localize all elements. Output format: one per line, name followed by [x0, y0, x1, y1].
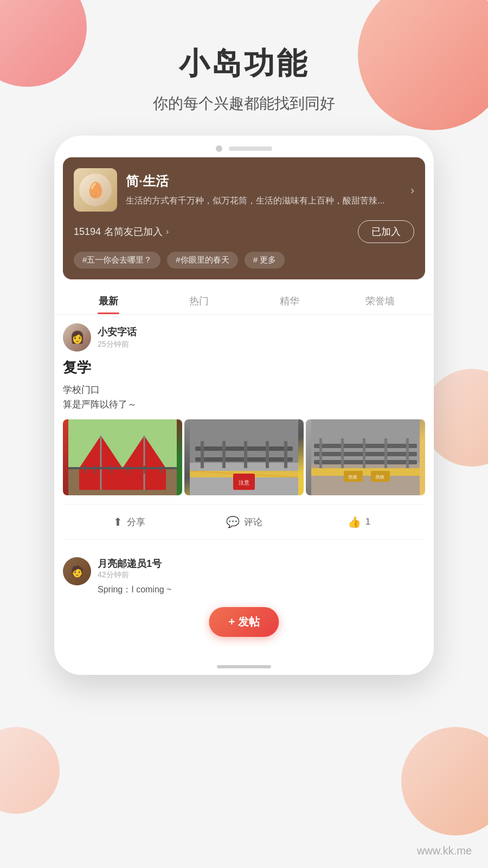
- post-area: 👩 小安字话 25分钟前 复学 学校门口 算是严阵以待了～: [54, 315, 434, 548]
- post-line2: 算是严阵以待了～: [63, 399, 137, 410]
- post-image-grid: 注意: [63, 419, 425, 495]
- phone-speaker: [229, 146, 272, 151]
- post-time: 25分钟前: [98, 340, 137, 349]
- tent-svg: [63, 419, 182, 495]
- tab-latest[interactable]: 最新: [63, 288, 153, 314]
- tags-row: #五一你会去哪里？ #你眼里的春天 # 更多: [74, 252, 414, 269]
- sub-title: 你的每个兴趣都能找到同好: [153, 93, 335, 114]
- svg-text:注意: 注意: [239, 480, 249, 486]
- post-line1: 学校门口: [63, 385, 100, 395]
- stats-arrow-icon: ›: [166, 227, 169, 237]
- comment-icon: 💬: [226, 515, 240, 528]
- tab-featured[interactable]: 精华: [244, 288, 335, 314]
- post-image-3[interactable]: 防疫 防疫: [306, 419, 425, 495]
- member-label: 名简友已加入: [104, 225, 163, 238]
- post2-info: 月亮邮递员1号 42分钟前 Spring：I coming ~: [98, 557, 172, 596]
- fab-area: + 发帖: [54, 604, 434, 659]
- svg-text:防疫: 防疫: [349, 475, 357, 480]
- like-count: 1: [365, 516, 370, 527]
- main-title: 小岛功能: [153, 43, 335, 85]
- post2-area: 🧑 月亮邮递员1号 42分钟前 Spring：I coming ~: [54, 548, 434, 604]
- post-title: 复学: [63, 358, 425, 377]
- community-card: 🥚 简·生活 生活的方式有千万种，似万花筒，生活的滋味有上百种，酸甜苦辣... …: [63, 157, 425, 279]
- svg-rect-20: [222, 441, 226, 468]
- svg-rect-23: [284, 441, 287, 468]
- fence-svg-1: 注意: [184, 419, 304, 495]
- post-avatar: 👩: [63, 323, 91, 352]
- bg-circle-bottom-right: [401, 727, 488, 835]
- tag-2[interactable]: #你眼里的春天: [167, 252, 237, 269]
- tab-honor[interactable]: 荣誉墙: [335, 288, 425, 314]
- home-bar: [217, 665, 271, 668]
- post-avatar-image: 👩: [63, 323, 91, 352]
- svg-rect-38: [311, 468, 420, 476]
- svg-rect-33: [319, 438, 322, 468]
- fab-button[interactable]: + 发帖: [209, 607, 279, 637]
- community-info: 简·生活 生活的方式有千万种，似万花筒，生活的滋味有上百种，酸甜苦辣...: [126, 173, 410, 207]
- phone-mockup: 🥚 简·生活 生活的方式有千万种，似万花筒，生活的滋味有上百种，酸甜苦辣... …: [54, 136, 434, 675]
- tabs-row: 最新 热门 精华 荣誉墙: [54, 279, 434, 315]
- post-user-info: 小安字话 25分钟前: [98, 326, 137, 349]
- phone-camera: [216, 145, 222, 152]
- like-button[interactable]: 👍 1: [301, 509, 416, 535]
- svg-rect-35: [363, 438, 365, 468]
- tab-hot[interactable]: 热门: [153, 288, 244, 314]
- phone-bottom-bar: [54, 659, 434, 675]
- svg-rect-21: [244, 441, 247, 468]
- like-icon: 👍: [348, 515, 361, 528]
- svg-rect-34: [341, 438, 344, 468]
- post2-time: 42分钟前: [98, 570, 172, 580]
- watermark-text: www.kk.me: [417, 845, 472, 857]
- community-avatar: 🥚: [74, 168, 117, 212]
- post-username[interactable]: 小安字话: [98, 326, 137, 339]
- join-button[interactable]: 已加入: [358, 220, 414, 243]
- tag-1[interactable]: #五一你会去哪里？: [74, 252, 160, 269]
- bg-circle-bottom-left: [0, 727, 60, 814]
- community-stats: 15194 名简友已加入 › 已加入: [74, 220, 414, 243]
- comment-label: 评论: [244, 516, 262, 528]
- svg-rect-36: [384, 438, 387, 468]
- post-header: 👩 小安字话 25分钟前: [63, 323, 425, 352]
- post-image-2[interactable]: 注意: [184, 419, 304, 495]
- tag-more[interactable]: # 更多: [245, 252, 285, 269]
- svg-rect-37: [406, 438, 409, 468]
- svg-rect-19: [201, 441, 204, 468]
- share-button[interactable]: ⬆ 分享: [72, 509, 187, 535]
- svg-rect-22: [266, 441, 269, 468]
- community-member-count[interactable]: 15194 名简友已加入 ›: [74, 225, 169, 238]
- fence-svg-2: 防疫 防疫: [306, 419, 425, 495]
- action-bar: ⬆ 分享 💬 评论 👍 1: [63, 504, 425, 540]
- svg-text:防疫: 防疫: [376, 475, 384, 480]
- post-text: 学校门口 算是严阵以待了～: [63, 382, 425, 412]
- community-name: 简·生活: [126, 173, 410, 190]
- post-image-1[interactable]: [63, 419, 182, 495]
- avatar-inner: 🥚: [79, 174, 112, 206]
- phone-top-bar: [54, 136, 434, 157]
- watermark: www.kk.me: [417, 845, 472, 857]
- community-desc: 生活的方式有千万种，似万花筒，生活的滋味有上百种，酸甜苦辣...: [126, 194, 410, 207]
- post2-avatar: 🧑: [63, 557, 91, 585]
- share-label: 分享: [127, 516, 145, 528]
- share-icon: ⬆: [113, 515, 123, 528]
- post2-username[interactable]: 月亮邮递员1号: [98, 557, 172, 570]
- post2-preview: Spring：I coming ~: [98, 584, 172, 596]
- member-count: 15194: [74, 226, 101, 238]
- comment-button[interactable]: 💬 评论: [187, 509, 301, 535]
- community-header: 🥚 简·生活 生活的方式有千万种，似万花筒，生活的滋味有上百种，酸甜苦辣... …: [74, 168, 414, 212]
- title-section: 小岛功能 你的每个兴趣都能找到同好: [153, 43, 335, 114]
- community-arrow-icon[interactable]: ›: [410, 184, 414, 196]
